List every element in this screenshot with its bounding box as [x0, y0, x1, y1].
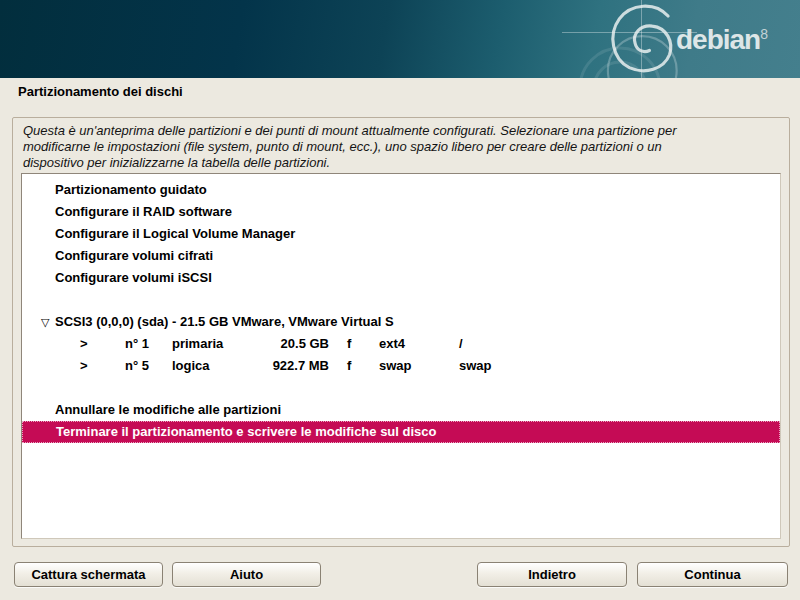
expander-triangle-icon[interactable]: ▽ [41, 311, 55, 333]
indent [55, 355, 80, 377]
screenshot-button[interactable]: Cattura schermata [14, 562, 163, 587]
partition-format-flag: f [347, 355, 379, 377]
page-title: Partizionamento dei dischi [18, 84, 183, 99]
content-frame: Questa è un'anteprima delle partizioni e… [12, 117, 790, 547]
menu-item-guided-partitioning[interactable]: Partizionamento guidato [22, 179, 780, 201]
description-line: Questa è un'anteprima delle partizioni e… [23, 123, 781, 139]
back-button[interactable]: Indietro [477, 562, 627, 587]
installer-banner: debian8 [0, 0, 800, 78]
menu-item-finish-partitioning[interactable]: Terminare il partizionamento e scrivere … [22, 421, 780, 443]
partition-row-1[interactable]: > n° 1 primaria 20.5 GB f ext4 / [22, 333, 780, 355]
partition-mountpoint: swap [459, 355, 492, 377]
partition-filesystem: ext4 [379, 333, 459, 355]
disk-row-sda[interactable]: ▽ SCSI3 (0,0,0) (sda) - 21.5 GB VMware, … [22, 311, 780, 333]
indent [55, 333, 80, 355]
menu-item-undo-changes[interactable]: Annullare le modifiche alle partizioni [22, 399, 780, 421]
partition-list: Partizionamento guidato Configurare il R… [21, 173, 781, 539]
partition-type: primaria [172, 333, 257, 355]
menu-item-configure-raid[interactable]: Configurare il RAID software [22, 201, 780, 223]
help-button[interactable]: Aiuto [172, 562, 321, 587]
partition-list-rows: Partizionamento guidato Configurare il R… [22, 179, 780, 443]
menu-item-configure-encrypted[interactable]: Configurare volumi cifrati [22, 245, 780, 267]
menu-item-configure-lvm[interactable]: Configurare il Logical Volume Manager [22, 223, 780, 245]
question-description: Questa è un'anteprima delle partizioni e… [23, 123, 781, 171]
partition-mountpoint: / [459, 333, 463, 355]
partition-number: n° 1 [125, 333, 172, 355]
gap [329, 355, 347, 377]
partition-size: 922.7 MB [257, 355, 329, 377]
partition-type: logica [172, 355, 257, 377]
disk-label: SCSI3 (0,0,0) (sda) - 21.5 GB VMware, VM… [55, 314, 394, 329]
brand-version: 8 [760, 26, 768, 42]
partition-filesystem: swap [379, 355, 459, 377]
brand-name: debian [676, 24, 760, 55]
partition-arrow-icon: > [80, 333, 125, 355]
faint-swirl-decoration-icon [560, 30, 680, 78]
partition-arrow-icon: > [80, 355, 125, 377]
description-line: dispositivo per inizializzarne la tabell… [23, 155, 781, 171]
continue-button[interactable]: Continua [637, 562, 788, 587]
spacer-row [22, 289, 780, 311]
debian-logo-text: debian8 [676, 24, 768, 56]
description-line: modificarne le impostazioni (file system… [23, 139, 781, 155]
menu-item-configure-iscsi[interactable]: Configurare volumi iSCSI [22, 267, 780, 289]
partition-format-flag: f [347, 333, 379, 355]
partition-row-5[interactable]: > n° 5 logica 922.7 MB f swap swap [22, 355, 780, 377]
spacer-row [22, 377, 780, 399]
partition-size: 20.5 GB [257, 333, 329, 355]
gap [329, 333, 347, 355]
partition-number: n° 5 [125, 355, 172, 377]
